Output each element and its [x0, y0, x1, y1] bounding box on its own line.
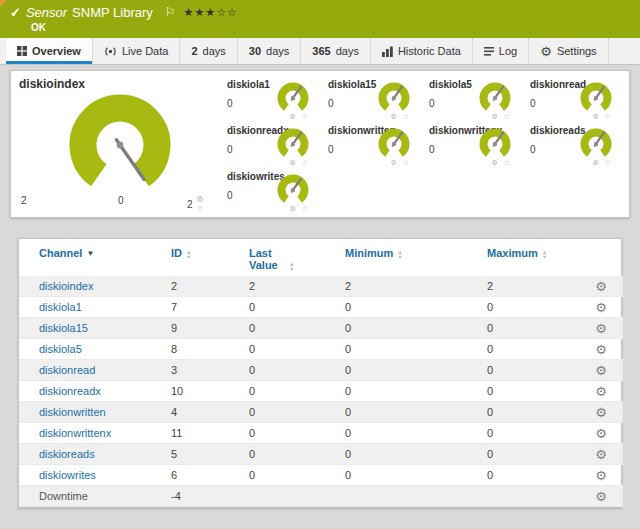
channel-settings-icon[interactable]: ⚙: [595, 489, 607, 504]
channel-link[interactable]: diskiola5: [39, 343, 82, 355]
cell-last-value: 0: [229, 381, 325, 402]
overview-icon: [17, 46, 27, 56]
tab-historic-data[interactable]: Historic Data: [371, 38, 473, 64]
gauge-settings-icons[interactable]: ⚙ ☆: [290, 205, 311, 213]
gauge-settings-icons[interactable]: ⚙ ☆: [391, 113, 412, 121]
tab-overview[interactable]: Overview: [6, 38, 93, 64]
channel-gauge: [276, 81, 310, 115]
table-row: diskionwrittenx11000⚙: [19, 423, 623, 444]
channel-gauge: [579, 81, 613, 115]
scale-mid-label: 0: [118, 195, 124, 206]
log-icon: [484, 46, 494, 57]
gauge-cell-diskionwritten: diskionwritten0⚙ ☆: [320, 123, 419, 168]
flag-icon[interactable]: ⚐: [165, 5, 176, 20]
channel-gauge: [478, 127, 512, 161]
small-gauge-grid: diskiola10⚙ ☆diskiola150⚙ ☆diskiola50⚙ ☆…: [219, 77, 621, 211]
cell-minimum: 0: [325, 444, 467, 465]
gauge-settings-icons[interactable]: ⚙ ☆: [492, 113, 513, 121]
gauge-settings-icons[interactable]: ⚙ ☆: [391, 159, 412, 167]
gauge-cell-diskiola15: diskiola150⚙ ☆: [320, 77, 419, 122]
gauge-cell-diskionreadx: diskionreadx0⚙ ☆: [219, 123, 318, 168]
channel-link[interactable]: diskioreads: [39, 448, 95, 460]
gauge-settings-icons[interactable]: ⚙ ☆: [593, 159, 614, 167]
tab-log[interactable]: Log: [473, 38, 529, 64]
channel-link[interactable]: diskionwrittenx: [39, 427, 111, 439]
channel-gauge: [579, 127, 613, 161]
column-header-minimum[interactable]: Minimum▲▼: [325, 239, 467, 276]
gauge-cell-diskiola1: diskiola10⚙ ☆: [219, 77, 318, 122]
tab-2-days[interactable]: 2days: [180, 38, 237, 64]
gear-icon: ⚙: [540, 45, 552, 58]
channel-settings-icon[interactable]: ⚙: [595, 447, 607, 462]
gauge-cell-diskiola5: diskiola50⚙ ☆: [421, 77, 520, 122]
cell-id: -4: [151, 486, 229, 507]
channel-settings-icon[interactable]: ⚙: [595, 342, 607, 357]
gauge-settings-icons[interactable]: ⚙ ☆: [492, 159, 513, 167]
gauge-settings-icons[interactable]: ⚙ ☆: [290, 113, 311, 121]
cell-id: 10: [151, 381, 229, 402]
channel-link[interactable]: diskionread: [39, 364, 95, 376]
tab-365-days[interactable]: 365days: [301, 38, 371, 64]
gauge-cell-diskionread: diskionread0⚙ ☆: [522, 77, 621, 122]
channel-link[interactable]: diskioindex: [39, 280, 93, 292]
channel-settings-icon[interactable]: ⚙: [595, 321, 607, 336]
channel-settings-icon[interactable]: ⚙: [595, 363, 607, 378]
channel-settings-icon[interactable]: ⚙: [595, 468, 607, 483]
cell-minimum: 0: [325, 381, 467, 402]
tab-30-days[interactable]: 30days: [238, 38, 302, 64]
sort-arrows-icon: ▲▼: [289, 262, 294, 272]
cell-maximum: 0: [467, 360, 579, 381]
channel-gauge: [276, 173, 310, 207]
live-data-icon: [104, 46, 117, 57]
table-row: diskionread3000⚙: [19, 360, 623, 381]
cell-id: 9: [151, 318, 229, 339]
tab-bar: OverviewLive Data2days30days365daysHisto…: [0, 38, 640, 65]
cell-maximum: 0: [467, 465, 579, 486]
gauge-cell-diskioreads: diskioreads0⚙ ☆: [522, 123, 621, 168]
cell-minimum: 2: [325, 276, 467, 297]
gauge-settings-icons[interactable]: ⚙ ☆: [593, 113, 614, 121]
table-header-row: Channel▼ ID▲▼ Last Value▲▼ Minimum▲▼ Max…: [19, 239, 623, 276]
cell-id: 8: [151, 339, 229, 360]
channel-link[interactable]: diskiowrites: [39, 469, 96, 481]
gauge-panel: diskioindex 2 0 2 ⚙ ☆ diskiola10⚙ ☆diski…: [10, 70, 630, 218]
column-header-channel[interactable]: Channel▼: [19, 239, 151, 276]
tab-settings[interactable]: ⚙Settings: [529, 38, 608, 64]
column-header-last-value[interactable]: Last Value▲▼: [229, 239, 325, 276]
corner-marker: [0, 0, 7, 7]
priority-stars[interactable]: ★★★☆☆: [184, 5, 238, 20]
gauge-settings-icons[interactable]: ⚙ ☆: [290, 159, 311, 167]
sort-arrows-icon: ▲▼: [186, 250, 191, 260]
channel-settings-icon[interactable]: ⚙: [595, 405, 607, 420]
channel-settings-icon[interactable]: ⚙: [595, 279, 607, 294]
channel-link[interactable]: diskiola1: [39, 301, 82, 313]
scale-min-label: 2: [21, 195, 27, 206]
cell-minimum: 0: [325, 297, 467, 318]
cell-maximum: 0: [467, 318, 579, 339]
cell-last-value: 0: [229, 465, 325, 486]
object-kind-label: Sensor: [26, 5, 67, 20]
main-gauge-scale: 2 0 2 ⚙ ☆: [19, 195, 219, 208]
cell-last-value: 0: [229, 444, 325, 465]
ok-check-icon: ✓: [10, 5, 21, 20]
channel-gauge: [377, 127, 411, 161]
table-row: diskioreads5000⚙: [19, 444, 623, 465]
cell-last-value: 0: [229, 339, 325, 360]
sort-arrows-icon: ▲▼: [397, 250, 402, 260]
channel-link[interactable]: Downtime: [39, 490, 88, 502]
cell-last-value: 0: [229, 423, 325, 444]
channel-link[interactable]: diskionwritten: [39, 406, 106, 418]
column-header-id[interactable]: ID▲▼: [151, 239, 229, 276]
gauge-settings-icons[interactable]: ⚙ ☆: [197, 195, 219, 213]
main-gauge-cell: diskioindex 2 0 2 ⚙ ☆: [19, 77, 219, 211]
channel-link[interactable]: diskionreadx: [39, 385, 101, 397]
main-gauge-title: diskioindex: [19, 77, 219, 92]
tab-live-data[interactable]: Live Data: [93, 38, 180, 64]
channel-settings-icon[interactable]: ⚙: [595, 384, 607, 399]
channel-settings-icon[interactable]: ⚙: [595, 426, 607, 441]
channel-settings-icon[interactable]: ⚙: [595, 300, 607, 315]
channel-link[interactable]: diskiola15: [39, 322, 88, 334]
column-header-maximum[interactable]: Maximum▲▼: [467, 239, 579, 276]
table-row: Downtime-4⚙: [19, 486, 623, 507]
cell-minimum: 0: [325, 360, 467, 381]
